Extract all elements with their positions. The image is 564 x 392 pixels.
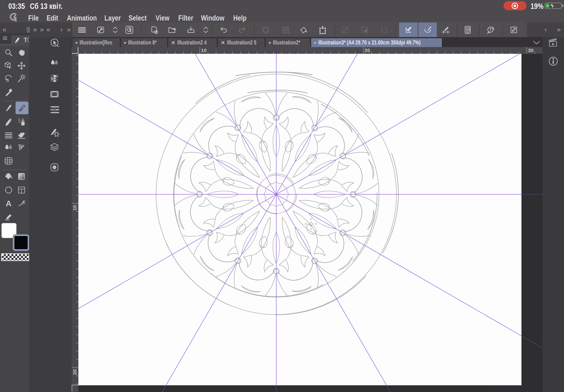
svg-text:?: ? xyxy=(489,28,492,32)
svg-text:10: 10 xyxy=(72,205,77,210)
svg-text:10: 10 xyxy=(201,48,206,53)
svg-text:20: 20 xyxy=(72,369,77,375)
svg-text:20: 20 xyxy=(364,48,370,53)
svg-text:A: A xyxy=(6,199,12,208)
svg-text:30: 30 xyxy=(528,48,533,53)
